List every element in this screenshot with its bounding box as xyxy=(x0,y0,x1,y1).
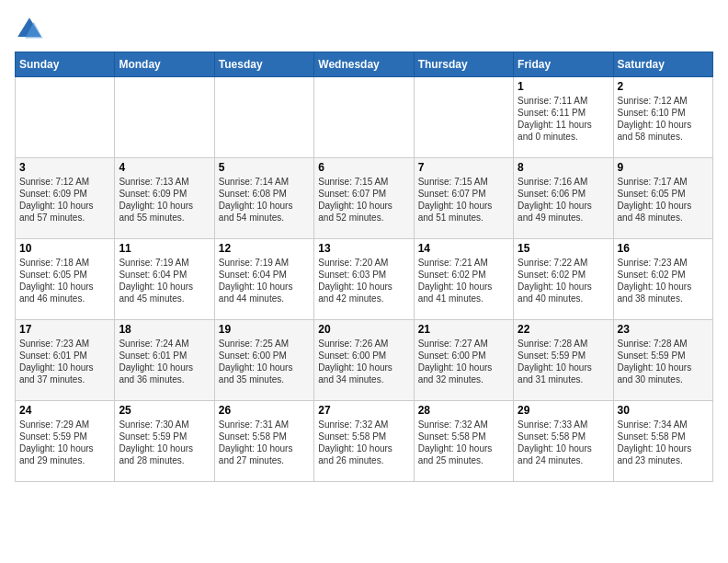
calendar-cell: 17Sunrise: 7:23 AM Sunset: 6:01 PM Dayli… xyxy=(16,320,115,401)
day-number: 27 xyxy=(318,404,409,417)
day-number: 10 xyxy=(19,242,110,255)
day-number: 4 xyxy=(119,161,210,174)
logo-icon xyxy=(15,15,44,44)
day-number: 23 xyxy=(618,323,709,336)
day-info: Sunrise: 7:25 AM Sunset: 6:00 PM Dayligh… xyxy=(219,338,310,385)
day-info: Sunrise: 7:33 AM Sunset: 5:58 PM Dayligh… xyxy=(518,419,609,466)
calendar-cell: 26Sunrise: 7:31 AM Sunset: 5:58 PM Dayli… xyxy=(214,401,313,482)
calendar-week-row: 10Sunrise: 7:18 AM Sunset: 6:05 PM Dayli… xyxy=(16,239,713,320)
logo xyxy=(15,15,48,44)
calendar-cell: 18Sunrise: 7:24 AM Sunset: 6:01 PM Dayli… xyxy=(115,320,214,401)
day-of-week-header: Wednesday xyxy=(314,52,414,77)
calendar-cell: 4Sunrise: 7:13 AM Sunset: 6:09 PM Daylig… xyxy=(115,158,214,239)
day-info: Sunrise: 7:15 AM Sunset: 6:07 PM Dayligh… xyxy=(418,176,509,224)
day-info: Sunrise: 7:12 AM Sunset: 6:10 PM Dayligh… xyxy=(618,95,709,143)
calendar-cell: 3Sunrise: 7:12 AM Sunset: 6:09 PM Daylig… xyxy=(16,158,115,239)
calendar-cell: 8Sunrise: 7:16 AM Sunset: 6:06 PM Daylig… xyxy=(514,158,613,239)
day-info: Sunrise: 7:23 AM Sunset: 6:01 PM Dayligh… xyxy=(19,338,110,385)
calendar-cell xyxy=(414,77,513,158)
day-info: Sunrise: 7:11 AM Sunset: 6:11 PM Dayligh… xyxy=(518,95,609,143)
day-of-week-header: Friday xyxy=(514,52,613,77)
calendar-cell: 1Sunrise: 7:11 AM Sunset: 6:11 PM Daylig… xyxy=(514,77,613,158)
day-info: Sunrise: 7:15 AM Sunset: 6:07 PM Dayligh… xyxy=(318,176,409,224)
day-number: 15 xyxy=(518,242,609,255)
day-info: Sunrise: 7:29 AM Sunset: 5:59 PM Dayligh… xyxy=(19,419,110,466)
day-number: 28 xyxy=(418,404,509,417)
calendar-cell xyxy=(214,77,313,158)
calendar-cell xyxy=(16,77,115,158)
day-info: Sunrise: 7:32 AM Sunset: 5:58 PM Dayligh… xyxy=(318,419,409,466)
day-info: Sunrise: 7:14 AM Sunset: 6:08 PM Dayligh… xyxy=(219,176,310,224)
day-number: 16 xyxy=(618,242,709,255)
calendar-cell xyxy=(314,77,414,158)
day-info: Sunrise: 7:16 AM Sunset: 6:06 PM Dayligh… xyxy=(518,176,609,224)
day-number: 2 xyxy=(618,80,709,93)
day-number: 13 xyxy=(318,242,409,255)
calendar-cell: 25Sunrise: 7:30 AM Sunset: 5:59 PM Dayli… xyxy=(115,401,214,482)
day-number: 25 xyxy=(119,404,210,417)
day-number: 26 xyxy=(219,404,310,417)
day-info: Sunrise: 7:21 AM Sunset: 6:02 PM Dayligh… xyxy=(418,257,509,304)
day-number: 20 xyxy=(318,323,409,336)
calendar-cell: 15Sunrise: 7:22 AM Sunset: 6:02 PM Dayli… xyxy=(514,239,613,320)
day-number: 19 xyxy=(219,323,310,336)
day-of-week-header: Monday xyxy=(115,52,214,77)
day-info: Sunrise: 7:28 AM Sunset: 5:59 PM Dayligh… xyxy=(518,338,609,385)
day-number: 8 xyxy=(518,161,609,174)
calendar-cell: 28Sunrise: 7:32 AM Sunset: 5:58 PM Dayli… xyxy=(414,401,513,482)
day-number: 12 xyxy=(219,242,310,255)
day-of-week-header: Thursday xyxy=(414,52,513,77)
day-info: Sunrise: 7:32 AM Sunset: 5:58 PM Dayligh… xyxy=(418,419,509,466)
calendar-cell: 16Sunrise: 7:23 AM Sunset: 6:02 PM Dayli… xyxy=(613,239,712,320)
calendar-cell: 5Sunrise: 7:14 AM Sunset: 6:08 PM Daylig… xyxy=(214,158,313,239)
calendar-cell: 12Sunrise: 7:19 AM Sunset: 6:04 PM Dayli… xyxy=(214,239,313,320)
day-number: 17 xyxy=(19,323,110,336)
calendar-cell: 20Sunrise: 7:26 AM Sunset: 6:00 PM Dayli… xyxy=(314,320,414,401)
day-info: Sunrise: 7:24 AM Sunset: 6:01 PM Dayligh… xyxy=(119,338,210,385)
day-number: 7 xyxy=(418,161,509,174)
calendar-cell: 13Sunrise: 7:20 AM Sunset: 6:03 PM Dayli… xyxy=(314,239,414,320)
calendar-cell: 9Sunrise: 7:17 AM Sunset: 6:05 PM Daylig… xyxy=(613,158,712,239)
day-number: 29 xyxy=(518,404,609,417)
day-number: 5 xyxy=(219,161,310,174)
day-info: Sunrise: 7:12 AM Sunset: 6:09 PM Dayligh… xyxy=(19,176,110,224)
day-info: Sunrise: 7:20 AM Sunset: 6:03 PM Dayligh… xyxy=(318,257,409,304)
day-of-week-header: Tuesday xyxy=(214,52,313,77)
calendar-cell: 30Sunrise: 7:34 AM Sunset: 5:58 PM Dayli… xyxy=(613,401,712,482)
day-number: 21 xyxy=(418,323,509,336)
calendar-week-row: 17Sunrise: 7:23 AM Sunset: 6:01 PM Dayli… xyxy=(16,320,713,401)
day-number: 30 xyxy=(618,404,709,417)
day-info: Sunrise: 7:34 AM Sunset: 5:58 PM Dayligh… xyxy=(618,419,709,466)
day-number: 3 xyxy=(19,161,110,174)
day-number: 11 xyxy=(119,242,210,255)
calendar-cell: 14Sunrise: 7:21 AM Sunset: 6:02 PM Dayli… xyxy=(414,239,513,320)
day-info: Sunrise: 7:19 AM Sunset: 6:04 PM Dayligh… xyxy=(119,257,210,304)
day-info: Sunrise: 7:30 AM Sunset: 5:59 PM Dayligh… xyxy=(119,419,210,466)
day-info: Sunrise: 7:17 AM Sunset: 6:05 PM Dayligh… xyxy=(618,176,709,224)
day-number: 14 xyxy=(418,242,509,255)
calendar-cell: 10Sunrise: 7:18 AM Sunset: 6:05 PM Dayli… xyxy=(16,239,115,320)
calendar-cell xyxy=(115,77,214,158)
day-number: 24 xyxy=(19,404,110,417)
calendar-cell: 27Sunrise: 7:32 AM Sunset: 5:58 PM Dayli… xyxy=(314,401,414,482)
calendar-cell: 11Sunrise: 7:19 AM Sunset: 6:04 PM Dayli… xyxy=(115,239,214,320)
day-of-week-header: Sunday xyxy=(16,52,115,77)
calendar-cell: 6Sunrise: 7:15 AM Sunset: 6:07 PM Daylig… xyxy=(314,158,414,239)
day-number: 6 xyxy=(318,161,409,174)
day-info: Sunrise: 7:31 AM Sunset: 5:58 PM Dayligh… xyxy=(219,419,310,466)
calendar-week-row: 24Sunrise: 7:29 AM Sunset: 5:59 PM Dayli… xyxy=(16,401,713,482)
calendar-cell: 21Sunrise: 7:27 AM Sunset: 6:00 PM Dayli… xyxy=(414,320,513,401)
day-info: Sunrise: 7:26 AM Sunset: 6:00 PM Dayligh… xyxy=(318,338,409,385)
calendar-cell: 23Sunrise: 7:28 AM Sunset: 5:59 PM Dayli… xyxy=(613,320,712,401)
day-info: Sunrise: 7:28 AM Sunset: 5:59 PM Dayligh… xyxy=(618,338,709,385)
page-header xyxy=(15,15,713,44)
day-info: Sunrise: 7:27 AM Sunset: 6:00 PM Dayligh… xyxy=(418,338,509,385)
calendar-week-row: 1Sunrise: 7:11 AM Sunset: 6:11 PM Daylig… xyxy=(16,77,713,158)
calendar-cell: 2Sunrise: 7:12 AM Sunset: 6:10 PM Daylig… xyxy=(613,77,712,158)
day-number: 18 xyxy=(119,323,210,336)
day-number: 22 xyxy=(518,323,609,336)
calendar-cell: 22Sunrise: 7:28 AM Sunset: 5:59 PM Dayli… xyxy=(514,320,613,401)
calendar-cell: 7Sunrise: 7:15 AM Sunset: 6:07 PM Daylig… xyxy=(414,158,513,239)
day-info: Sunrise: 7:13 AM Sunset: 6:09 PM Dayligh… xyxy=(119,176,210,224)
calendar-cell: 24Sunrise: 7:29 AM Sunset: 5:59 PM Dayli… xyxy=(16,401,115,482)
